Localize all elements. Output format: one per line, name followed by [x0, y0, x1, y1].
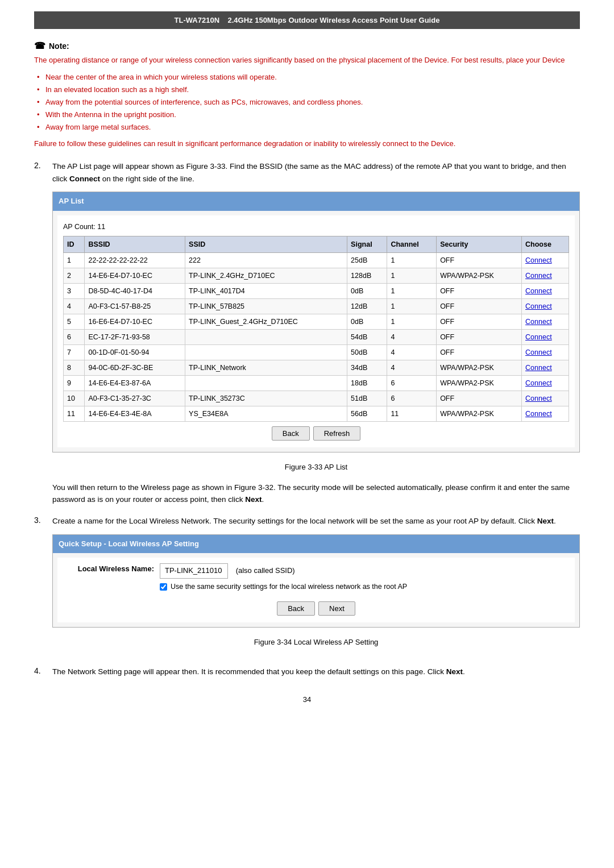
- cell-id: 4: [64, 299, 85, 314]
- cell-choose[interactable]: Connect: [522, 314, 569, 330]
- connect-link[interactable]: Connect: [525, 379, 552, 387]
- table-row: 700-1D-0F-01-50-9450dB4OFFConnect: [64, 345, 569, 360]
- ap-table: ID BSSID SSID Signal Channel Security Ch…: [63, 236, 569, 422]
- table-row: 6EC-17-2F-71-93-5854dB4OFFConnect: [64, 330, 569, 345]
- cell-choose[interactable]: Connect: [522, 406, 569, 422]
- cell-choose[interactable]: Connect: [522, 345, 569, 360]
- cell-signal: 56dB: [347, 406, 387, 422]
- ap-list-container: AP List AP Count: 11 ID BSSID SSID Signa…: [52, 192, 580, 452]
- cell-channel: 1: [387, 299, 437, 314]
- cell-choose[interactable]: Connect: [522, 268, 569, 284]
- cell-choose[interactable]: Connect: [522, 330, 569, 345]
- cell-ssid: TP-LINK_Guest_2.4GHz_D710EC: [185, 314, 347, 330]
- step4: 4. The Network Setting page will appear …: [34, 666, 580, 678]
- cell-signal: 12dB: [347, 299, 387, 314]
- table-row: 3D8-5D-4C-40-17-D4TP-LINK_4017D40dB1OFFC…: [64, 284, 569, 299]
- qs-inner: Local Wireless Name: TP-LINK_211010 (als…: [57, 558, 575, 622]
- cell-security: WPA/WPA2-PSK: [437, 268, 522, 284]
- qs-back-button[interactable]: Back: [277, 601, 315, 616]
- step2: 2. The AP List page will appear shown as…: [34, 160, 580, 506]
- bullet-2: In an elevated location such as a high s…: [45, 84, 580, 96]
- ap-buttons: Back Refresh: [63, 422, 569, 443]
- step2-number: 2.: [34, 160, 45, 506]
- checkbox-label: Use the same security settings for the l…: [171, 581, 407, 592]
- cell-signal: 34dB: [347, 360, 387, 376]
- qs-label: Local Wireless Name:: [74, 563, 154, 575]
- cell-channel: 11: [387, 406, 437, 422]
- ap-back-button[interactable]: Back: [272, 426, 310, 441]
- cell-bssid: 00-1D-0F-01-50-94: [85, 345, 185, 360]
- ap-list-header: AP List: [53, 192, 579, 211]
- same-security-checkbox[interactable]: [160, 583, 167, 591]
- figure-34-caption: Figure 3-34 Local Wireless AP Setting: [52, 637, 580, 649]
- step2-text-below: You will then return to the Wireless pag…: [52, 483, 570, 504]
- cell-ssid: [185, 345, 347, 360]
- cell-choose[interactable]: Connect: [522, 360, 569, 376]
- table-row: 516-E6-E4-D7-10-ECTP-LINK_Guest_2.4GHz_D…: [64, 314, 569, 330]
- cell-ssid: YS_E34E8A: [185, 406, 347, 422]
- connect-link[interactable]: Connect: [525, 256, 552, 264]
- note-section: ☎ Note: The operating distance or range …: [34, 40, 580, 150]
- cell-ssid: TP-LINK_2.4GHz_D710EC: [185, 268, 347, 284]
- connect-link[interactable]: Connect: [525, 302, 552, 310]
- cell-choose[interactable]: Connect: [522, 376, 569, 391]
- step3-content: Create a name for the Local Wireless Net…: [52, 515, 580, 657]
- col-channel: Channel: [387, 236, 437, 253]
- cell-bssid: 14-E6-E4-E3-4E-8A: [85, 406, 185, 422]
- connect-link[interactable]: Connect: [525, 318, 552, 326]
- also-called: (also called SSID): [236, 566, 295, 575]
- cell-choose[interactable]: Connect: [522, 253, 569, 268]
- cell-bssid: 16-E6-E4-D7-10-EC: [85, 314, 185, 330]
- cell-bssid: 94-0C-6D-2F-3C-BE: [85, 360, 185, 376]
- cell-choose[interactable]: Connect: [522, 284, 569, 299]
- qs-buttons: Back Next: [63, 597, 569, 618]
- connect-link[interactable]: Connect: [525, 364, 552, 372]
- col-signal: Signal: [347, 236, 387, 253]
- col-security: Security: [437, 236, 522, 253]
- ap-refresh-button[interactable]: Refresh: [313, 426, 361, 441]
- qs-checkbox-row: Use the same security settings for the l…: [160, 581, 407, 592]
- connect-link[interactable]: Connect: [525, 410, 552, 418]
- cell-choose[interactable]: Connect: [522, 299, 569, 314]
- cell-id: 2: [64, 268, 85, 284]
- cell-channel: 1: [387, 268, 437, 284]
- cell-channel: 1: [387, 314, 437, 330]
- qs-container: Quick Setup - Local Wireless AP Setting …: [52, 534, 580, 628]
- cell-security: WPA/WPA2-PSK: [437, 360, 522, 376]
- note-title: ☎ Note:: [34, 40, 580, 51]
- table-row: 10A0-F3-C1-35-27-3CTP-LINK_35273C51dB6OF…: [64, 391, 569, 406]
- cell-id: 8: [64, 360, 85, 376]
- step4-text: The Network Setting page will appear the…: [52, 667, 446, 676]
- table-row: 122-22-22-22-22-2222225dB1OFFConnect: [64, 253, 569, 268]
- qs-value: TP-LINK_211010 (also called SSID) Use th…: [160, 563, 407, 592]
- header-bar: TL-WA7210N 2.4GHz 150Mbps Outdoor Wirele…: [34, 11, 580, 29]
- connect-link[interactable]: Connect: [525, 394, 552, 402]
- step3-text-after: .: [554, 517, 556, 525]
- cell-signal: 18dB: [347, 376, 387, 391]
- qs-next-button[interactable]: Next: [318, 601, 355, 616]
- cell-choose[interactable]: Connect: [522, 391, 569, 406]
- ssid-value[interactable]: TP-LINK_211010: [160, 563, 228, 579]
- connect-link[interactable]: Connect: [525, 287, 552, 295]
- table-row: 914-E6-E4-E3-87-6A18dB6WPA/WPA2-PSKConne…: [64, 376, 569, 391]
- step4-next-bold: Next: [446, 667, 463, 676]
- step4-text-after: .: [463, 667, 465, 676]
- cell-channel: 6: [387, 376, 437, 391]
- cell-channel: 1: [387, 284, 437, 299]
- bullet-3: Away from the potential sources of inter…: [45, 96, 580, 109]
- qs-header: Quick Setup - Local Wireless AP Setting: [53, 535, 579, 554]
- connect-link[interactable]: Connect: [525, 272, 552, 280]
- connect-link[interactable]: Connect: [525, 333, 552, 341]
- cell-bssid: D8-5D-4C-40-17-D4: [85, 284, 185, 299]
- note-intro: The operating distance or range of your …: [34, 55, 580, 67]
- cell-signal: 25dB: [347, 253, 387, 268]
- model-name: TL-WA7210N: [175, 16, 219, 24]
- step4-content: The Network Setting page will appear the…: [52, 666, 580, 678]
- bullet-1: Near the center of the area in which you…: [45, 71, 580, 84]
- bullet-5: Away from large metal surfaces.: [45, 121, 580, 134]
- step3: 3. Create a name for the Local Wireless …: [34, 515, 580, 657]
- connect-link[interactable]: Connect: [525, 348, 552, 356]
- step2-next-bold: Next: [245, 495, 262, 504]
- cell-ssid: [185, 376, 347, 391]
- cell-security: OFF: [437, 284, 522, 299]
